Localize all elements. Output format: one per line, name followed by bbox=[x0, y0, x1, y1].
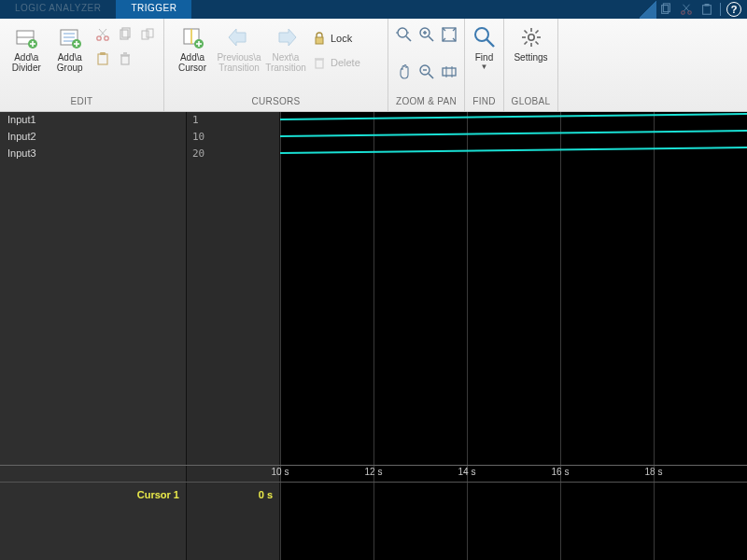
signal-name[interactable]: Input1 bbox=[0, 112, 186, 129]
add-group-button[interactable]: Add\a Group bbox=[49, 22, 92, 73]
svg-line-5 bbox=[684, 5, 689, 11]
zoom-in-button[interactable] bbox=[416, 24, 437, 45]
axis-tick: 12 s bbox=[365, 467, 383, 477]
quick-access-separator bbox=[720, 3, 721, 16]
settings-label: Settings bbox=[514, 52, 547, 63]
delete-button[interactable] bbox=[115, 49, 135, 69]
svg-rect-25 bbox=[100, 52, 106, 55]
add-cursor-icon bbox=[179, 24, 205, 50]
svg-line-23 bbox=[99, 29, 106, 36]
next-transition-label: Next\a Transition bbox=[265, 52, 306, 73]
ribbon-group-cursors: Add\a Cursor Previous\a Transition Next\… bbox=[164, 19, 388, 111]
cursor-label[interactable]: Cursor 1 bbox=[0, 489, 187, 500]
group-label-zoom: ZOOM & PAN bbox=[388, 96, 464, 111]
find-button[interactable]: Find ▼ bbox=[471, 22, 498, 71]
ribbon-group-global: Settings GLOBAL bbox=[504, 19, 558, 111]
svg-point-20 bbox=[97, 36, 101, 40]
cursor-value: 0 s bbox=[187, 489, 280, 500]
group-label-find: FIND bbox=[465, 96, 503, 111]
svg-line-51 bbox=[429, 74, 433, 78]
cut-button[interactable] bbox=[92, 24, 113, 45]
svg-point-3 bbox=[688, 11, 692, 15]
signal-name[interactable]: Input2 bbox=[0, 129, 186, 146]
add-divider-icon bbox=[13, 24, 39, 50]
waveform bbox=[280, 147, 747, 154]
svg-line-22 bbox=[100, 29, 106, 36]
workspace: Input1 Input2 Input3 1 10 20 10 s 12 s 1… bbox=[0, 112, 747, 560]
cut-icon[interactable] bbox=[679, 2, 694, 17]
svg-point-21 bbox=[105, 36, 108, 40]
ribbon-spacer bbox=[558, 19, 747, 111]
waveform-plot[interactable]: 10 s 12 s 14 s 16 s 18 s bbox=[280, 112, 747, 560]
gridline bbox=[467, 112, 468, 560]
delete-cursor-button[interactable]: Delete bbox=[310, 52, 362, 73]
axis-tick: 16 s bbox=[552, 467, 570, 477]
svg-rect-53 bbox=[443, 68, 456, 76]
svg-point-41 bbox=[398, 28, 407, 37]
tab-logic-analyzer[interactable]: LOGIC ANALYZER bbox=[0, 0, 116, 19]
arrow-left-icon bbox=[226, 24, 252, 50]
ribbon: Add\a Divider Add\a Group EDIT bbox=[0, 19, 747, 112]
fit-to-view-button[interactable] bbox=[439, 24, 459, 45]
svg-rect-24 bbox=[98, 54, 107, 64]
svg-rect-32 bbox=[147, 29, 153, 37]
copy-button[interactable] bbox=[115, 24, 135, 45]
svg-line-65 bbox=[524, 42, 527, 45]
zoom-out-button[interactable] bbox=[416, 62, 437, 82]
add-cursor-button[interactable]: Add\a Cursor bbox=[170, 22, 215, 73]
add-cursor-label: Add\a Cursor bbox=[178, 52, 206, 73]
gridline bbox=[280, 112, 281, 560]
find-label: Find bbox=[475, 52, 493, 63]
svg-line-63 bbox=[524, 31, 527, 34]
add-divider-button[interactable]: Add\a Divider bbox=[6, 22, 48, 73]
svg-point-58 bbox=[528, 35, 533, 40]
lock-button[interactable]: Lock bbox=[310, 28, 362, 49]
axis-tick: 18 s bbox=[645, 467, 663, 477]
fit-to-time-button[interactable] bbox=[439, 62, 459, 82]
pan-button[interactable] bbox=[394, 62, 415, 82]
svg-line-64 bbox=[535, 42, 538, 45]
ribbon-group-find: Find ▼ FIND bbox=[465, 19, 504, 111]
zoom-in-time-button[interactable] bbox=[394, 24, 415, 45]
tab-trigger[interactable]: TRIGGER bbox=[116, 0, 191, 19]
axis-tick: 10 s bbox=[272, 467, 289, 477]
settings-button[interactable]: Settings bbox=[510, 22, 552, 63]
lock-label: Lock bbox=[331, 33, 352, 44]
svg-rect-6 bbox=[703, 6, 712, 15]
svg-line-66 bbox=[535, 31, 538, 34]
next-transition-button[interactable]: Next\a Transition bbox=[263, 22, 308, 73]
paste-button[interactable] bbox=[92, 49, 113, 69]
duplicate-button[interactable] bbox=[137, 24, 158, 45]
trash-icon bbox=[312, 55, 327, 70]
group-label-global: GLOBAL bbox=[504, 96, 557, 111]
copy-icon[interactable] bbox=[658, 2, 673, 17]
svg-rect-7 bbox=[704, 4, 709, 7]
group-label-edit: EDIT bbox=[0, 96, 163, 111]
svg-rect-28 bbox=[121, 56, 129, 64]
svg-line-4 bbox=[684, 5, 689, 11]
signal-value: 10 bbox=[187, 129, 279, 146]
waveform bbox=[280, 130, 747, 137]
ribbon-group-zoom: ZOOM & PAN bbox=[388, 19, 465, 111]
quick-access-edge bbox=[640, 0, 656, 19]
find-icon bbox=[472, 24, 498, 50]
chevron-down-icon: ▼ bbox=[481, 63, 488, 71]
svg-rect-38 bbox=[316, 37, 323, 44]
gridline bbox=[654, 112, 655, 560]
gridline bbox=[560, 112, 561, 560]
previous-transition-button[interactable]: Previous\a Transition bbox=[217, 22, 261, 73]
paste-icon[interactable] bbox=[699, 2, 714, 17]
svg-rect-39 bbox=[316, 60, 323, 68]
arrow-right-icon bbox=[273, 24, 299, 50]
add-divider-label: Add\a Divider bbox=[12, 52, 41, 73]
svg-point-56 bbox=[475, 28, 488, 41]
gear-icon bbox=[518, 24, 544, 50]
delete-cursor-label: Delete bbox=[331, 57, 360, 68]
signal-name[interactable]: Input3 bbox=[0, 146, 186, 162]
signal-value: 20 bbox=[187, 146, 279, 162]
axis-tick: 14 s bbox=[458, 467, 476, 477]
help-icon[interactable]: ? bbox=[726, 2, 741, 17]
signal-value: 1 bbox=[187, 112, 279, 129]
add-group-label: Add\a Group bbox=[57, 52, 83, 73]
add-group-icon bbox=[57, 24, 83, 50]
